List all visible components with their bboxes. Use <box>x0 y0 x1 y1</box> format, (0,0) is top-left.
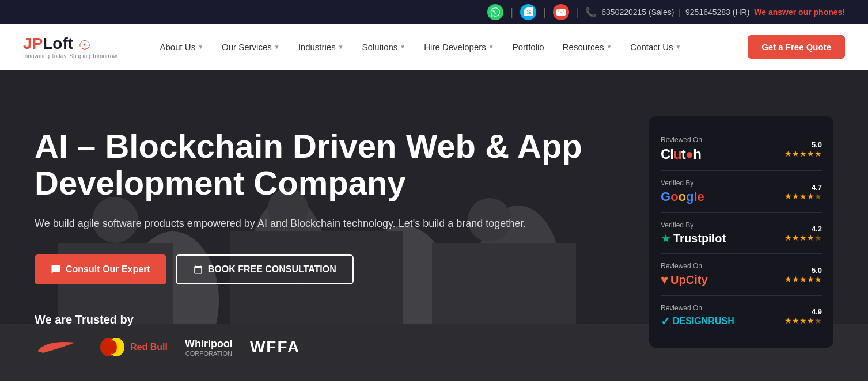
nav-item-contact[interactable]: Contact Us ▼ <box>622 37 689 56</box>
sales-phone[interactable]: 6350220215 (Sales) <box>601 7 674 17</box>
upcity-review: Reviewed On ♥ UpCity 5.0 ★★★★★ <box>661 254 822 296</box>
services-dropdown-arrow: ▼ <box>274 44 280 50</box>
whatsapp-icon[interactable] <box>487 4 503 20</box>
hero-subtitle: We build agile software products empower… <box>35 215 649 232</box>
skype-icon[interactable] <box>520 4 536 20</box>
redbull-logo: Red Bull <box>98 336 168 359</box>
designrush-v-icon: ✓ <box>661 314 670 328</box>
clutch-logo: Clut●h <box>661 146 784 162</box>
hr-phone[interactable]: 9251645283 (HR) <box>685 7 749 17</box>
nav-item-services[interactable]: Our Services ▼ <box>214 37 288 56</box>
trustpilot-review: Verified By ★ Trustpilot 4.2 ★★★★★ <box>661 213 822 254</box>
divider-3: | <box>576 6 579 18</box>
divider-2: | <box>543 6 546 18</box>
solutions-dropdown-arrow: ▼ <box>400 44 405 50</box>
answer-phones: We answer our phones! <box>754 7 845 17</box>
google-rating: 4.7 ★★★★★ <box>784 183 822 201</box>
resources-dropdown-arrow: ▼ <box>606 44 612 50</box>
hero-section: AI – Blockchain Driven Web & App Develop… <box>0 70 868 381</box>
trustpilot-star-icon: ★ <box>661 231 671 245</box>
nav-item-resources[interactable]: Resources ▼ <box>555 37 620 56</box>
trusted-label: We are Trusted by <box>35 313 649 326</box>
upcity-logo: UpCity <box>670 273 707 287</box>
nav-links: About Us ▼ Our Services ▼ Industries ▼ S… <box>151 37 748 56</box>
nike-logo <box>35 337 81 358</box>
nav-item-portfolio[interactable]: Portfolio <box>505 37 552 56</box>
hire-dropdown-arrow: ▼ <box>488 44 494 50</box>
wffa-logo: WFFA <box>250 338 300 356</box>
nav-item-hire[interactable]: Hire Developers ▼ <box>416 37 502 56</box>
nav-item-industries[interactable]: Industries ▼ <box>290 37 352 56</box>
divider-1: | <box>510 6 513 18</box>
nav-item-solutions[interactable]: Solutions ▼ <box>354 37 414 56</box>
chat-icon <box>51 264 61 275</box>
reviews-panel: Reviewed On Clut●h 5.0 ★★★★★ Verified By… <box>649 116 833 348</box>
get-quote-button[interactable]: Get a Free Quote <box>748 35 845 59</box>
designrush-logo: DESIGNRUSH <box>673 316 734 326</box>
hero-content: AI – Blockchain Driven Web & App Develop… <box>35 105 649 381</box>
about-dropdown-arrow: ▼ <box>198 44 203 50</box>
trusted-logos: Red Bull Whirlpool CORPORATION WFFA <box>35 336 649 359</box>
logo-text: JPLoft <box>23 35 117 53</box>
google-logo: Google <box>661 189 784 204</box>
top-bar: | | | 📞 6350220215 (Sales) | 9251645283 … <box>0 0 868 24</box>
trustpilot-rating: 4.2 ★★★★★ <box>784 225 822 242</box>
clutch-review: Reviewed On Clut●h 5.0 ★★★★★ <box>661 128 822 171</box>
upcity-rating: 5.0 ★★★★★ <box>784 266 822 284</box>
hero-buttons: Consult Our Expert BOOK FREE CONSULTATIO… <box>35 254 649 284</box>
navbar: JPLoft Innovating Today, Shaping Tomorro… <box>0 24 868 70</box>
book-consultation-button[interactable]: BOOK FREE CONSULTATION <box>176 254 354 284</box>
phone-icon: 📞 <box>585 7 597 18</box>
logo-arc-icon <box>79 39 90 51</box>
gmail-icon[interactable] <box>553 4 569 20</box>
consult-expert-button[interactable]: Consult Our Expert <box>35 254 166 284</box>
phone-section: 📞 6350220215 (Sales) | 9251645283 (HR) W… <box>585 7 845 18</box>
svg-point-14 <box>108 340 117 354</box>
whirlpool-logo: Whirlpool CORPORATION <box>185 338 233 357</box>
clutch-rating: 5.0 ★★★★★ <box>784 140 822 158</box>
nav-item-about[interactable]: About Us ▼ <box>151 37 211 56</box>
designrush-review: Reviewed On ✓ DESIGNRUSH 4.9 ★★★★★ <box>661 296 822 336</box>
industries-dropdown-arrow: ▼ <box>338 44 344 50</box>
designrush-rating: 4.9 ★★★★★ <box>784 307 822 325</box>
google-review: Verified By Google 4.7 ★★★★★ <box>661 171 822 213</box>
upcity-icon: ♥ <box>661 272 668 287</box>
calendar-icon <box>193 264 203 275</box>
contact-dropdown-arrow: ▼ <box>676 44 681 50</box>
trustpilot-logo: Trustpilot <box>673 232 726 245</box>
svg-point-0 <box>84 44 85 45</box>
logo-tagline: Innovating Today, Shaping Tomorrow <box>23 53 117 59</box>
divider-4: | <box>679 7 681 17</box>
hero-title: AI – Blockchain Driven Web & App Develop… <box>35 128 649 201</box>
logo[interactable]: JPLoft Innovating Today, Shaping Tomorro… <box>23 35 117 59</box>
trusted-section: We are Trusted by <box>35 313 649 359</box>
